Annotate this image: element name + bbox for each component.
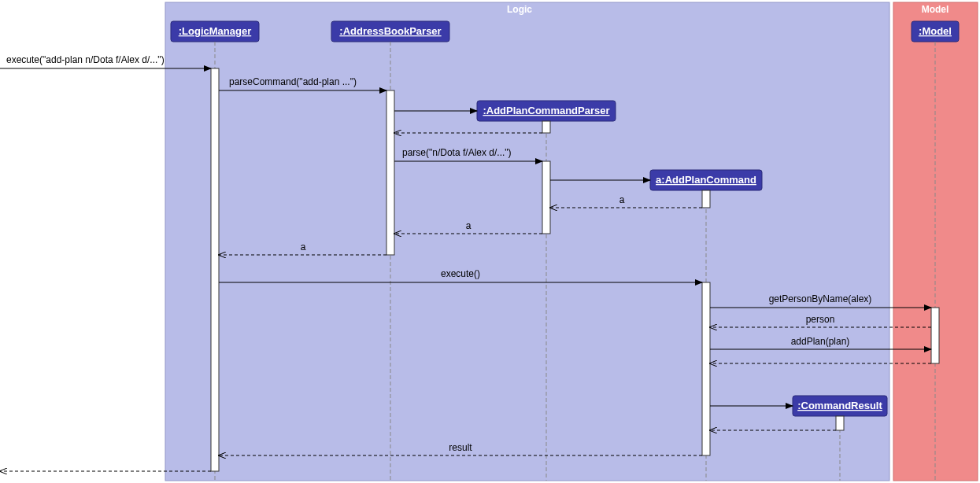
logic-region bbox=[165, 2, 889, 481]
logic-manager-activation bbox=[211, 68, 219, 471]
command-result-label: :CommandResult bbox=[797, 400, 882, 411]
logic-manager-label: :LogicManager bbox=[179, 25, 251, 37]
addressbook-parser-activation bbox=[386, 90, 394, 255]
model-label: :Model bbox=[919, 25, 952, 37]
addplan-parser-activation-1 bbox=[542, 121, 550, 133]
addplan-command-activation-2 bbox=[702, 282, 710, 455]
logic-title: Logic bbox=[507, 4, 532, 15]
addplan-command-activation-1 bbox=[702, 190, 710, 208]
msg-return-a2-label: a bbox=[466, 220, 472, 231]
msg-add-plan-label: addPlan(plan) bbox=[791, 336, 850, 347]
addplan-parser-activation-2 bbox=[542, 161, 550, 234]
msg-parse-command-label: parseCommand("add-plan ...") bbox=[229, 76, 357, 87]
msg-return-a3-label: a bbox=[301, 242, 306, 253]
sequence-diagram: Logic Model :LogicManager :AddressBookPa… bbox=[0, 0, 980, 483]
model-title: Model bbox=[922, 4, 949, 15]
msg-return-result-label: result bbox=[449, 442, 472, 453]
command-result-activation bbox=[836, 416, 844, 430]
addplan-parser-label: :AddPlanCommandParser bbox=[483, 105, 609, 116]
msg-execute-label: execute() bbox=[441, 268, 480, 279]
msg-parse-label: parse("n/Dota f/Alex d/...") bbox=[402, 147, 512, 158]
msg-return-a1-label: a bbox=[619, 194, 625, 205]
addressbook-parser-label: :AddressBookParser bbox=[339, 25, 441, 37]
msg-return-person-label: person bbox=[806, 314, 835, 325]
msg-get-person-label: getPersonByName(alex) bbox=[769, 293, 872, 304]
msg-execute-entry-label: execute("add-plan n/Dota f/Alex d/...") bbox=[6, 54, 165, 65]
model-activation bbox=[931, 308, 939, 363]
addplan-command-label: a:AddPlanCommand bbox=[656, 174, 756, 186]
